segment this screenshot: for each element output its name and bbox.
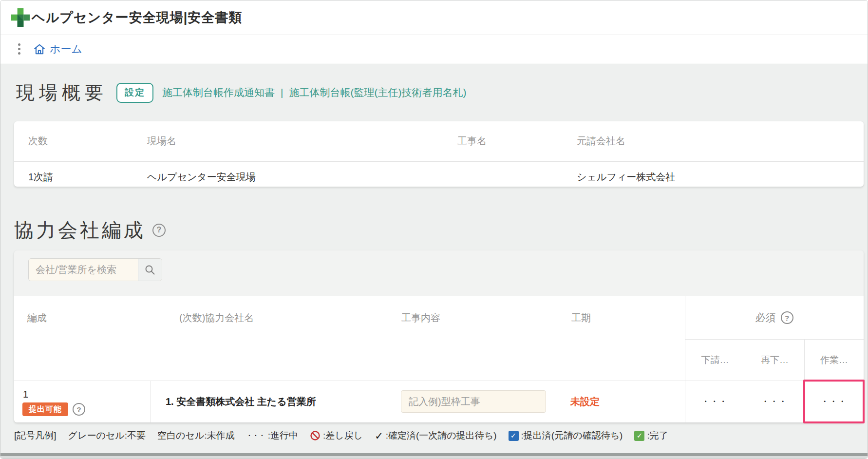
- symbol-legend: [記号凡例] グレーのセル:不要 空白のセル:未作成 ・・・ :進行中 :差し戻…: [14, 429, 857, 442]
- legend-confirmed: ✓ :確定済(一次請の提出待ち): [375, 429, 496, 442]
- col-header-site-name: 現場名: [147, 134, 176, 148]
- col-header-hensei: 編成: [27, 311, 47, 325]
- col-header-construction-name: 工事名: [457, 134, 487, 148]
- dots-icon: ・・・: [246, 432, 265, 440]
- cell-site-name: ヘルプセンター安全現場: [147, 168, 256, 186]
- col-header-jisuu: 次数: [28, 134, 48, 148]
- help-icon[interactable]: ?: [152, 224, 166, 237]
- site-overview-title: 現場概要: [16, 80, 108, 105]
- doc-cell-saishitauke[interactable]: ・・・: [745, 381, 804, 422]
- check-icon: ✓: [375, 431, 383, 441]
- cell-prime-contractor: シェルフィー株式会社: [577, 168, 675, 186]
- breadcrumb-bar: ホーム: [0, 35, 868, 63]
- site-overview-header: 現場概要 設定 施工体制台帳作成通知書 | 施工体制台帳(監理(主任)技術者用名…: [16, 80, 466, 105]
- table-divider: [151, 381, 151, 422]
- search-input[interactable]: [29, 259, 138, 281]
- legend-in-progress: ・・・ :進行中: [246, 429, 298, 442]
- site-overview-table: 次数 現場名 工事名 元請会社名 1次請 ヘルプセンター安全現場 シェルフィー株…: [14, 121, 864, 187]
- company-search: [28, 258, 162, 281]
- required-label: 必須: [755, 311, 776, 325]
- link-separator: |: [281, 87, 283, 98]
- legend-in-progress-label: :進行中: [268, 429, 298, 442]
- window-bottom-margin: [0, 456, 868, 459]
- partner-section-header: 協力会社編成 ?: [14, 216, 166, 244]
- legend-blank-cell: 空白のセル:未作成: [157, 429, 235, 442]
- partner-section-title: 協力会社編成: [14, 217, 146, 244]
- legend-submitted: ✓ :提出済(元請の確認待ち): [509, 429, 623, 442]
- col-header-partner-company: (次数)協力会社名: [179, 311, 254, 325]
- table-divider: [14, 161, 864, 162]
- kebab-menu-icon[interactable]: [18, 43, 20, 55]
- work-detail-input[interactable]: [401, 390, 546, 413]
- construction-register-nameplate-link[interactable]: 施工体制台帳(監理(主任)技術者用名札): [289, 86, 466, 99]
- home-label: ホーム: [50, 42, 82, 57]
- legend-rejected-label: :差し戻し: [323, 429, 363, 442]
- term-status[interactable]: 未設定: [570, 381, 600, 422]
- green-checkbox-icon: ✓: [634, 431, 644, 441]
- col-header-work-detail: 工事内容: [401, 311, 440, 325]
- legend-rejected: :差し戻し: [310, 429, 363, 442]
- partner-table: 編成 (次数)協力会社名 工事内容 工期 必須 ? 下請… 再下… 作業…: [14, 296, 864, 422]
- col-header-term: 工期: [571, 311, 591, 325]
- main-content: 現場概要 設定 施工体制台帳作成通知書 | 施工体制台帳(監理(主任)技術者用名…: [0, 64, 868, 453]
- help-icon[interactable]: ?: [73, 403, 85, 416]
- subcol-saishitauke: 再下…: [745, 339, 804, 381]
- settings-button[interactable]: 設定: [116, 83, 153, 103]
- legend-done-label: :完了: [647, 429, 668, 442]
- doc-cell-shitauke[interactable]: ・・・: [685, 381, 745, 422]
- subcol-shitauke: 下請…: [685, 339, 745, 381]
- app-logo-plus-icon: [11, 8, 30, 27]
- help-icon[interactable]: ?: [781, 311, 793, 324]
- row-number: 1: [23, 389, 28, 400]
- legend-confirmed-label: :確定済(一次請の提出待ち): [386, 429, 497, 442]
- home-icon: [33, 43, 46, 56]
- status-badge: 提出可能: [22, 402, 68, 416]
- col-header-required: 必須 ?: [685, 296, 864, 339]
- prohibition-icon: [310, 430, 321, 441]
- blue-checkbox-icon: ✓: [509, 431, 519, 441]
- legend-gray-cell: グレーのセル:不要: [68, 429, 146, 442]
- legend-prefix: [記号凡例]: [14, 429, 57, 442]
- partner-company-name: 1. 安全書類株式会社 主たる営業所: [166, 381, 316, 422]
- app-window: ヘルプセンター安全現場|安全書類 ホーム 現場概要 設定 施工体制台帳作成通知書…: [0, 0, 868, 459]
- document-links: 施工体制台帳作成通知書 | 施工体制台帳(監理(主任)技術者用名札): [162, 86, 466, 99]
- legend-done: ✓ :完了: [634, 429, 668, 442]
- subcol-sagyou: 作業…: [805, 339, 864, 381]
- page-title: ヘルプセンター安全現場|安全書類: [32, 9, 242, 26]
- breadcrumb-home-link[interactable]: ホーム: [33, 42, 82, 57]
- doc-cell-sagyou[interactable]: ・・・: [805, 381, 864, 422]
- cell-jisuu: 1次請: [28, 168, 53, 186]
- search-icon: [144, 264, 156, 276]
- construction-register-notice-link[interactable]: 施工体制台帳作成通知書: [162, 86, 275, 99]
- search-button[interactable]: [138, 259, 162, 281]
- title-bar: ヘルプセンター安全現場|安全書類: [0, 0, 868, 35]
- partner-table-card: 編成 (次数)協力会社名 工事内容 工期 必須 ? 下請… 再下… 作業…: [14, 250, 864, 422]
- col-header-prime-contractor: 元請会社名: [577, 134, 625, 148]
- legend-submitted-label: :提出済(元請の確認待ち): [521, 429, 623, 442]
